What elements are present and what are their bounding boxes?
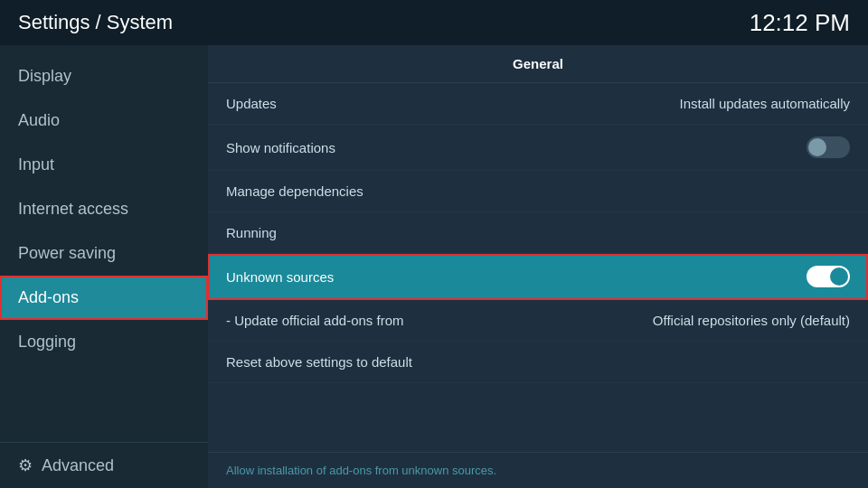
sidebar-item-advanced[interactable]: ⚙ Advanced	[0, 443, 208, 488]
toggle-knob	[808, 138, 826, 156]
setting-value-updates: Install updates automatically	[680, 96, 850, 111]
setting-label-running: Running	[226, 225, 277, 240]
sidebar-item-add-ons[interactable]: Add-ons	[0, 276, 208, 320]
setting-updates[interactable]: Updates Install updates automatically	[208, 83, 868, 125]
sidebar-item-logging[interactable]: Logging	[0, 320, 208, 364]
setting-label-unknown-sources: Unknown sources	[226, 269, 334, 285]
sidebar: Display Audio Input Internet access Powe…	[0, 45, 208, 488]
sidebar-item-label: Logging	[18, 333, 76, 352]
setting-label-manage-dependencies: Manage dependencies	[226, 183, 363, 199]
header: Settings / System 12:12 PM	[0, 0, 868, 45]
sidebar-bottom: ⚙ Advanced	[0, 442, 208, 488]
sidebar-item-label: Internet access	[18, 200, 128, 219]
sidebar-item-label: Display	[18, 67, 71, 86]
footer-hint: Allow installation of add-ons from unkno…	[208, 452, 868, 488]
sidebar-item-label: Advanced	[42, 456, 114, 475]
main-layout: Display Audio Input Internet access Powe…	[0, 45, 868, 488]
setting-show-notifications[interactable]: Show notifications	[208, 125, 868, 171]
sidebar-item-internet-access[interactable]: Internet access	[0, 187, 208, 231]
sidebar-item-label: Input	[18, 155, 54, 174]
setting-label-show-notifications: Show notifications	[226, 140, 335, 155]
sidebar-item-power-saving[interactable]: Power saving	[0, 231, 208, 276]
content-area: General Updates Install updates automati…	[208, 45, 868, 488]
sidebar-item-display[interactable]: Display	[0, 54, 208, 99]
setting-manage-dependencies[interactable]: Manage dependencies	[208, 171, 868, 212]
setting-reset-settings[interactable]: Reset above settings to default	[208, 342, 868, 383]
setting-running[interactable]: Running	[208, 212, 868, 254]
sidebar-item-label: Power saving	[18, 244, 116, 263]
gear-icon: ⚙	[18, 455, 33, 475]
settings-list: Updates Install updates automatically Sh…	[208, 83, 868, 452]
setting-unknown-sources[interactable]: Unknown sources	[208, 254, 868, 300]
page-title: Settings / System	[18, 11, 173, 34]
sidebar-item-label: Audio	[18, 111, 60, 130]
setting-update-official-addons[interactable]: - Update official add-ons from Official …	[208, 300, 868, 342]
setting-value-update-official-addons: Official repositories only (default)	[653, 313, 850, 328]
section-header: General	[208, 45, 868, 83]
toggle-knob-on	[830, 267, 848, 286]
clock: 12:12 PM	[750, 9, 850, 37]
sidebar-item-audio[interactable]: Audio	[0, 99, 208, 143]
toggle-unknown-sources[interactable]	[807, 266, 850, 287]
setting-label-reset-settings: Reset above settings to default	[226, 354, 412, 370]
setting-label-update-official-addons: - Update official add-ons from	[226, 313, 404, 328]
sidebar-item-input[interactable]: Input	[0, 143, 208, 187]
toggle-show-notifications[interactable]	[807, 136, 850, 158]
sidebar-item-label: Add-ons	[18, 288, 79, 307]
setting-label-updates: Updates	[226, 96, 277, 111]
